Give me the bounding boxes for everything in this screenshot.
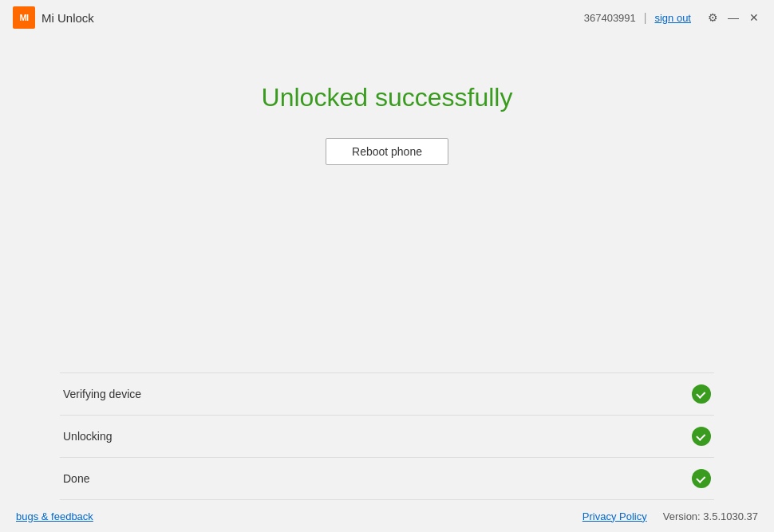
footer: bugs & feedback Privacy Policy Version: … bbox=[0, 500, 774, 532]
title-bar-left: MI Mi Unlock bbox=[13, 6, 94, 29]
step-check-done bbox=[692, 469, 711, 488]
main-content: Unlocked successfully Reboot phone bbox=[0, 35, 774, 341]
user-id: 367403991 bbox=[584, 12, 636, 24]
step-item-verifying: Verifying device bbox=[60, 372, 714, 415]
reboot-button[interactable]: Reboot phone bbox=[326, 138, 448, 165]
version-text: Version: 3.5.1030.37 bbox=[663, 510, 758, 522]
step-label-unlocking: Unlocking bbox=[63, 430, 112, 443]
minimize-icon[interactable]: — bbox=[726, 10, 740, 25]
step-check-verifying bbox=[692, 384, 711, 404]
step-check-unlocking bbox=[692, 427, 711, 446]
sign-out-link[interactable]: sign out bbox=[654, 12, 691, 24]
separator: | bbox=[644, 11, 647, 24]
step-item-done: Done bbox=[60, 457, 714, 500]
step-item-unlocking: Unlocking bbox=[60, 415, 714, 457]
bugs-feedback-link[interactable]: bugs & feedback bbox=[16, 510, 93, 522]
app-title: Mi Unlock bbox=[41, 11, 94, 25]
mi-logo-text: MI bbox=[19, 13, 28, 22]
title-bar: MI Mi Unlock 367403991 | sign out ⚙ — ✕ bbox=[0, 0, 774, 35]
privacy-policy-link[interactable]: Privacy Policy bbox=[582, 510, 647, 522]
step-label-verifying: Verifying device bbox=[63, 388, 141, 400]
content-wrapper: Unlocked successfully Reboot phone Verif… bbox=[0, 35, 774, 532]
window-controls: ⚙ — ✕ bbox=[705, 10, 761, 25]
mi-logo: MI bbox=[13, 6, 35, 29]
footer-left: bugs & feedback bbox=[16, 510, 93, 522]
title-bar-right: 367403991 | sign out ⚙ — ✕ bbox=[584, 10, 761, 25]
close-icon[interactable]: ✕ bbox=[747, 10, 761, 25]
success-title: Unlocked successfully bbox=[262, 83, 513, 112]
settings-icon[interactable]: ⚙ bbox=[705, 10, 720, 25]
steps-section: Verifying device Unlocking Done bbox=[28, 372, 746, 500]
step-label-done: Done bbox=[63, 472, 89, 485]
footer-right: Privacy Policy Version: 3.5.1030.37 bbox=[582, 510, 758, 522]
